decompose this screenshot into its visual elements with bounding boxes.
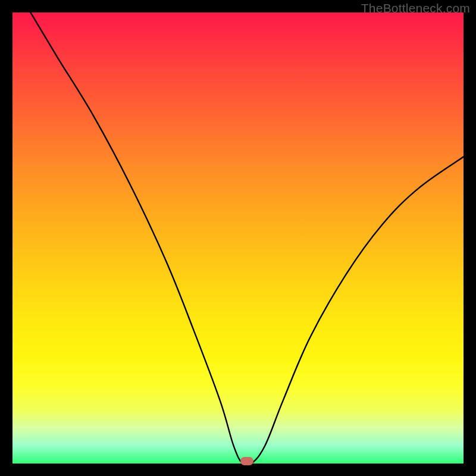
chart-container: TheBottleneck.com (0, 0, 476, 476)
watermark-text: TheBottleneck.com (361, 1, 470, 15)
optimal-point-marker (240, 457, 253, 465)
bottleneck-curve (12, 12, 464, 464)
